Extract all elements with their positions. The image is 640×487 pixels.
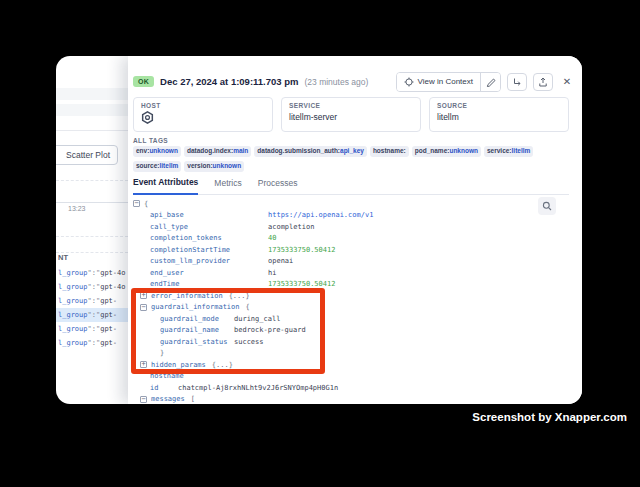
event-separator: ":" (88, 311, 101, 319)
attribute-row: −guardrail_information{ (133, 302, 554, 314)
pencil-icon (486, 77, 496, 87)
event-list-item[interactable]: l_group":"gpt- (56, 308, 128, 322)
event-value: gpt- (100, 325, 117, 333)
event-value: gpt- (100, 339, 117, 347)
status-badge: OK (133, 76, 154, 87)
time-axis (56, 202, 128, 203)
event-separator: ":" (88, 339, 101, 347)
attribute-key[interactable]: completion_tokens (150, 234, 262, 242)
edit-button[interactable] (481, 73, 500, 91)
event-list-item[interactable]: l_group":"gpt- (56, 294, 128, 308)
attribute-key[interactable]: hidden_params (151, 361, 206, 369)
attribute-key[interactable]: api_base (150, 211, 262, 219)
event-detail-panel: OK Dec 27, 2024 at 1:09:11.703 pm (23 mi… (128, 56, 582, 404)
scatter-plot-button[interactable]: Scatter Plot (56, 145, 118, 165)
attribute-value: { (246, 303, 250, 311)
attribute-row: } (133, 348, 554, 360)
source-box: SOURCE litellm (429, 97, 569, 132)
attribute-value: {...} (212, 361, 233, 369)
attribute-value[interactable]: https://api.openai.com/v1 (268, 211, 373, 219)
export-button[interactable] (533, 73, 553, 91)
tag-pill[interactable]: datadog.index:main (184, 146, 251, 157)
attribute-row: guardrail_modeduring_call (133, 313, 554, 325)
event-list-item[interactable]: l_group":"gpt- (56, 336, 128, 350)
event-value: gpt-4o (100, 269, 125, 277)
tag-value: unknown (449, 147, 478, 154)
attribute-row: guardrail_namebedrock-pre-guard (133, 325, 554, 337)
attribute-value: bedrock-pre-guard (234, 326, 306, 334)
info-boxes: HOST SERVICE litellm-server SOURCE litel… (133, 97, 569, 132)
crosshair-icon (404, 77, 414, 87)
attribute-key[interactable]: endTime (150, 280, 262, 288)
attribute-row: +hidden_params{...} (133, 359, 554, 371)
toggle-minus-icon[interactable]: − (140, 396, 147, 403)
attribute-key[interactable]: error_information (151, 292, 223, 300)
event-list-item[interactable]: l_group":"gpt-4o (56, 280, 128, 294)
attribute-key[interactable]: end_user (150, 269, 262, 277)
attribute-key[interactable]: call_type (150, 223, 262, 231)
related-logs-button[interactable] (507, 73, 527, 91)
attribute-row: endTime1735333750.50412 (133, 279, 554, 291)
event-separator: ":" (88, 283, 101, 291)
attribute-key[interactable]: guardrail_name (160, 326, 228, 334)
tag-value: litellm (159, 162, 178, 169)
tab-processes[interactable]: Processes (258, 178, 298, 194)
tag-value: litellm (512, 147, 531, 154)
tag-value: main (233, 147, 248, 154)
tag-pill[interactable]: env:unknown (133, 146, 181, 157)
attribute-key[interactable]: messages (151, 395, 185, 403)
close-icon[interactable]: ✕ (559, 76, 575, 87)
tag-list: env:unknowndatadog.index:maindatadog.sub… (133, 146, 576, 172)
toggle-minus-icon[interactable]: − (140, 304, 147, 311)
attribute-row: custom_llm_provideropenai (133, 256, 554, 268)
event-timestamp: Dec 27, 2024 at 1:09:11.703 pm (160, 76, 298, 87)
tag-pill[interactable]: datadog.submission_auth:api_key (254, 146, 367, 157)
attribute-row: −messages[ (133, 394, 554, 405)
attribute-key[interactable]: completionStartTime (150, 246, 262, 254)
attribute-row: idchatcmpl-Aj8rxhNLht9v2J6rSNYOmp4pH0G1n (133, 382, 554, 394)
tag-key: service: (487, 147, 512, 154)
attribute-key[interactable]: hostname (150, 372, 184, 380)
attribute-row: hostname (133, 371, 554, 383)
panel-header: OK Dec 27, 2024 at 1:09:11.703 pm (23 mi… (133, 72, 575, 91)
event-key: l_group (58, 283, 88, 291)
view-in-context-label: View in Context (418, 77, 473, 86)
event-list-item[interactable]: l_group":"gpt-4o (56, 266, 128, 280)
attribute-key[interactable]: id (150, 384, 172, 392)
search-button[interactable] (538, 197, 556, 215)
tag-value: unknown (149, 147, 178, 154)
event-separator: ":" (88, 297, 101, 305)
tag-pill[interactable]: hostname: (370, 146, 409, 157)
tag-pill[interactable]: version:unknown (184, 161, 244, 172)
tab-metrics[interactable]: Metrics (214, 178, 241, 194)
attribute-key[interactable]: guardrail_status (160, 338, 228, 346)
attribute-key[interactable]: custom_llm_provider (150, 257, 262, 265)
attribute-key[interactable]: guardrail_information (151, 303, 240, 311)
attribute-row: −{ (133, 198, 554, 210)
event-key: l_group (58, 339, 88, 347)
tag-key: version: (187, 162, 212, 169)
event-list-item[interactable]: l_group":"gpt- (56, 322, 128, 336)
tag-key: hostname: (373, 147, 406, 154)
divider (56, 130, 128, 131)
view-in-context-button[interactable]: View in Context (397, 73, 480, 91)
screenshot-canvas: Scatter Plot 13:23 NT l_group":"gpt-4ol_… (0, 0, 640, 487)
tag-pill[interactable]: source:litellm (133, 161, 181, 172)
source-value: litellm (437, 112, 561, 122)
service-box: SERVICE litellm-server (281, 97, 421, 132)
service-label: SERVICE (289, 102, 413, 109)
event-key: l_group (58, 297, 88, 305)
tag-pill[interactable]: pod_name:unknown (412, 146, 481, 157)
gridline (56, 180, 128, 181)
attribute-row: +error_information{...} (133, 290, 554, 302)
toggle-plus-icon[interactable]: + (140, 361, 147, 368)
tag-pill[interactable]: service:litellm (484, 146, 533, 157)
attribute-key[interactable]: guardrail_mode (160, 315, 228, 323)
attribute-value: { (144, 200, 148, 208)
event-value: gpt- (100, 297, 117, 305)
tab-event-attributes[interactable]: Event Attributes (133, 177, 198, 195)
gridline (56, 236, 128, 237)
toggle-minus-icon[interactable]: − (133, 200, 140, 207)
toggle-plus-icon[interactable]: + (140, 292, 147, 299)
tag-key: datadog.submission_auth: (257, 147, 340, 154)
